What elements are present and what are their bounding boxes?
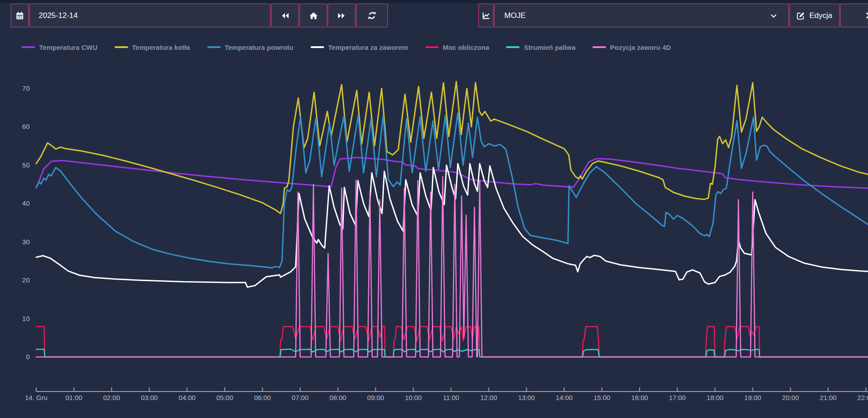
x-tick-label: 18:00	[707, 394, 724, 401]
x-tick-label: 16:00	[631, 394, 648, 401]
legend-label: Strumień paliwa	[524, 44, 575, 51]
next-day-button[interactable]	[328, 4, 356, 27]
chevron-down-icon	[770, 14, 777, 18]
legend-label: Temperatura za zaworem	[328, 44, 408, 51]
y-tick-label: 70	[22, 84, 30, 92]
edit-button-label: Edycja	[809, 11, 832, 20]
legend-label: Moc obliczona	[443, 44, 489, 51]
legend-item-temperatura-cwu[interactable]: Temperatura CWU	[22, 44, 98, 51]
home-icon	[309, 11, 318, 20]
x-tick-label: 01:00	[66, 394, 83, 401]
date-input[interactable]	[39, 11, 270, 20]
legend-swatch	[115, 46, 128, 48]
x-tick-label: 20:00	[782, 394, 799, 401]
legend-swatch	[425, 46, 439, 48]
legend-label: Temperatura kotła	[132, 44, 190, 51]
x-tick-label: 02:00	[103, 394, 120, 401]
home-button[interactable]	[299, 4, 327, 27]
legend-label: Temperatura CWU	[39, 44, 98, 51]
x-tick-label: 17:00	[669, 394, 686, 401]
fast-forward-icon	[337, 11, 347, 20]
x-tick-label: 08:00	[329, 394, 347, 401]
legend-item-temperatura-za-zaworem[interactable]: Temperatura za zaworem	[311, 44, 408, 51]
legend-label: Temperatura powrotu	[225, 44, 294, 51]
legend-swatch	[592, 46, 606, 48]
edit-button[interactable]: Edycja	[789, 4, 840, 27]
x-tick-label: 09:00	[367, 394, 384, 401]
hide-button[interactable]: U	[840, 4, 868, 27]
date-field[interactable]	[29, 4, 271, 27]
legend-item-temperatura-kot-a[interactable]: Temperatura kotła	[115, 44, 190, 51]
preset-select-value: MOJE	[504, 11, 525, 20]
chart[interactable]: 14. Gru01:0002:0003:0004:0005:0006:0007:…	[0, 0, 868, 418]
legend-item-pozycja-zaworu-4d[interactable]: Pozycja zaworu 4D	[592, 44, 671, 51]
series-line-temperatura-kot-a	[36, 82, 868, 214]
refresh-icon	[367, 11, 377, 20]
series-line-temperatura-za-zaworem	[36, 163, 868, 287]
legend-label: Pozycja zaworu 4D	[610, 44, 671, 51]
legend-swatch	[207, 46, 221, 48]
legend-swatch	[311, 46, 324, 48]
x-tick-label: 19:00	[744, 394, 761, 401]
x-tick-label: 21:00	[820, 394, 837, 401]
x-tick-label: 14:00	[556, 394, 573, 401]
x-tick-label: 05:00	[216, 394, 233, 401]
y-tick-label: 60	[22, 123, 30, 130]
preset-select[interactable]: MOJE	[494, 4, 789, 27]
y-tick-label: 50	[22, 161, 30, 169]
y-tick-label: 40	[22, 199, 30, 207]
legend-item-strumie-paliwa[interactable]: Strumień paliwa	[506, 44, 575, 51]
legend-swatch	[22, 46, 35, 48]
legend-swatch	[506, 46, 520, 48]
legend-item-temperatura-powrotu[interactable]: Temperatura powrotu	[207, 44, 294, 51]
refresh-button[interactable]	[356, 4, 388, 27]
legend-item-moc-obliczona[interactable]: Moc obliczona	[425, 44, 489, 51]
x-tick-label: 22:00	[858, 394, 868, 401]
edit-icon	[797, 11, 805, 20]
chart-preset-icon-button[interactable]	[478, 4, 494, 27]
x-tick-label: 04:00	[178, 394, 196, 401]
prev-day-button[interactable]	[271, 4, 299, 27]
x-tick-label: 13:00	[518, 394, 535, 401]
x-tick-label: 14. Gru	[25, 394, 47, 401]
series-line-temperatura-powrotu	[36, 113, 868, 268]
close-icon	[866, 12, 868, 19]
y-tick-label: 0	[26, 353, 30, 361]
line-chart-icon	[482, 11, 490, 20]
fast-backward-icon	[280, 11, 290, 20]
x-tick-label: 06:00	[254, 394, 271, 401]
calendar-icon	[15, 11, 24, 20]
x-tick-label: 07:00	[292, 394, 309, 401]
y-tick-label: 10	[22, 315, 30, 322]
chart-legend: Temperatura CWUTemperatura kotłaTemperat…	[22, 42, 671, 52]
y-tick-label: 20	[22, 276, 30, 284]
x-tick-label: 10:00	[405, 394, 422, 401]
x-tick-label: 11:00	[443, 394, 459, 401]
calendar-button[interactable]	[11, 4, 29, 27]
x-tick-label: 03:00	[141, 394, 158, 401]
x-tick-label: 15:00	[593, 394, 610, 401]
y-tick-label: 30	[22, 238, 30, 246]
x-tick-label: 12:00	[481, 394, 498, 401]
